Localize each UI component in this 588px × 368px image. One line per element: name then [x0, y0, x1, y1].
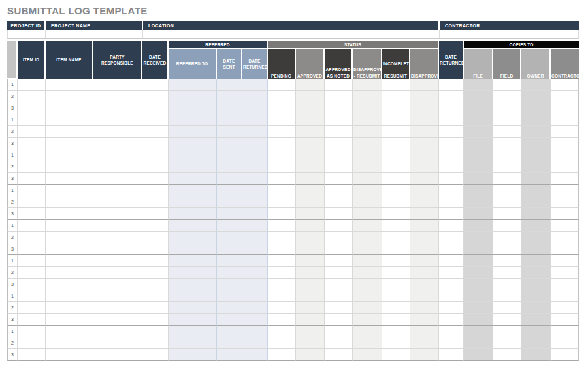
cell-party-responsible[interactable] [93, 79, 142, 91]
cell-approved-as-noted[interactable] [325, 326, 353, 337]
cell-disapproved-resubmit[interactable] [353, 138, 382, 149]
cell-approved[interactable] [296, 267, 325, 279]
cell-disapproved[interactable] [410, 243, 439, 255]
cell-owner[interactable] [521, 290, 551, 302]
cell-file[interactable] [464, 91, 493, 102]
cell-date-returned-2[interactable] [439, 161, 464, 173]
cell-disapproved[interactable] [410, 255, 439, 267]
cell-incomplete-resubmit[interactable] [382, 255, 410, 267]
cell-date-received[interactable] [142, 326, 169, 337]
cell-approved[interactable] [296, 91, 325, 102]
cell-file[interactable] [464, 255, 493, 267]
cell-owner[interactable] [521, 173, 551, 185]
cell-approved-as-noted[interactable] [325, 196, 353, 208]
cell-owner[interactable] [521, 314, 551, 326]
cell-date-sent[interactable] [217, 91, 242, 102]
cell-owner[interactable] [521, 138, 551, 149]
cell-disapproved-resubmit[interactable] [353, 267, 382, 279]
cell-date-sent[interactable] [217, 314, 242, 326]
cell-file[interactable] [464, 279, 493, 290]
cell-date-sent[interactable] [217, 173, 242, 185]
cell-date-returned-2[interactable] [439, 91, 464, 102]
cell-contractor[interactable] [551, 91, 579, 102]
cell-referred-to[interactable] [169, 279, 217, 290]
project-name-cell[interactable] [46, 30, 143, 39]
cell-date-sent[interactable] [217, 349, 242, 361]
cell-field[interactable] [493, 314, 521, 326]
cell-party-responsible[interactable] [93, 220, 142, 232]
cell-disapproved-resubmit[interactable] [353, 290, 382, 302]
cell-item-name[interactable] [46, 138, 93, 149]
cell-pending[interactable] [268, 314, 296, 326]
cell-item-name[interactable] [46, 290, 93, 302]
cell-disapproved[interactable] [410, 173, 439, 185]
cell-disapproved-resubmit[interactable] [353, 279, 382, 290]
cell-approved[interactable] [296, 220, 325, 232]
cell-date-returned-2[interactable] [439, 326, 464, 337]
cell-item-id[interactable] [18, 79, 46, 91]
cell-item-id[interactable] [18, 243, 46, 255]
cell-date-received[interactable] [142, 149, 169, 161]
cell-incomplete-resubmit[interactable] [382, 267, 410, 279]
cell-approved[interactable] [296, 337, 325, 349]
cell-disapproved-resubmit[interactable] [353, 196, 382, 208]
cell-approved-as-noted[interactable] [325, 302, 353, 314]
cell-item-id[interactable] [18, 337, 46, 349]
cell-party-responsible[interactable] [93, 196, 142, 208]
cell-owner[interactable] [521, 302, 551, 314]
cell-date-sent[interactable] [217, 290, 242, 302]
cell-pending[interactable] [268, 290, 296, 302]
cell-pending[interactable] [268, 349, 296, 361]
cell-incomplete-resubmit[interactable] [382, 196, 410, 208]
cell-approved-as-noted[interactable] [325, 337, 353, 349]
cell-contractor[interactable] [551, 185, 579, 196]
cell-disapproved[interactable] [410, 326, 439, 337]
cell-item-name[interactable] [46, 255, 93, 267]
cell-field[interactable] [493, 220, 521, 232]
cell-referred-to[interactable] [169, 302, 217, 314]
cell-disapproved[interactable] [410, 337, 439, 349]
cell-contractor[interactable] [551, 102, 579, 114]
cell-referred-to[interactable] [169, 149, 217, 161]
cell-date-sent[interactable] [217, 114, 242, 126]
cell-party-responsible[interactable] [93, 173, 142, 185]
cell-date-received[interactable] [142, 114, 169, 126]
cell-disapproved[interactable] [410, 290, 439, 302]
cell-pending[interactable] [268, 279, 296, 290]
cell-field[interactable] [493, 243, 521, 255]
cell-referred-to[interactable] [169, 220, 217, 232]
cell-date-returned[interactable] [242, 314, 268, 326]
cell-approved-as-noted[interactable] [325, 279, 353, 290]
cell-date-returned[interactable] [242, 196, 268, 208]
cell-approved[interactable] [296, 243, 325, 255]
cell-referred-to[interactable] [169, 91, 217, 102]
cell-contractor[interactable] [551, 314, 579, 326]
cell-owner[interactable] [521, 337, 551, 349]
cell-item-name[interactable] [46, 79, 93, 91]
cell-item-id[interactable] [18, 314, 46, 326]
cell-date-returned-2[interactable] [439, 196, 464, 208]
cell-date-sent[interactable] [217, 267, 242, 279]
cell-contractor[interactable] [551, 208, 579, 220]
cell-disapproved-resubmit[interactable] [353, 302, 382, 314]
cell-party-responsible[interactable] [93, 232, 142, 243]
cell-incomplete-resubmit[interactable] [382, 138, 410, 149]
cell-approved[interactable] [296, 326, 325, 337]
cell-field[interactable] [493, 138, 521, 149]
cell-date-received[interactable] [142, 243, 169, 255]
cell-owner[interactable] [521, 243, 551, 255]
cell-approved[interactable] [296, 114, 325, 126]
cell-file[interactable] [464, 149, 493, 161]
cell-approved[interactable] [296, 208, 325, 220]
cell-item-name[interactable] [46, 314, 93, 326]
cell-approved[interactable] [296, 79, 325, 91]
cell-disapproved[interactable] [410, 196, 439, 208]
cell-item-id[interactable] [18, 114, 46, 126]
cell-referred-to[interactable] [169, 314, 217, 326]
cell-disapproved[interactable] [410, 349, 439, 361]
cell-date-sent[interactable] [217, 302, 242, 314]
cell-incomplete-resubmit[interactable] [382, 290, 410, 302]
cell-disapproved-resubmit[interactable] [353, 326, 382, 337]
cell-date-returned[interactable] [242, 302, 268, 314]
cell-approved-as-noted[interactable] [325, 91, 353, 102]
